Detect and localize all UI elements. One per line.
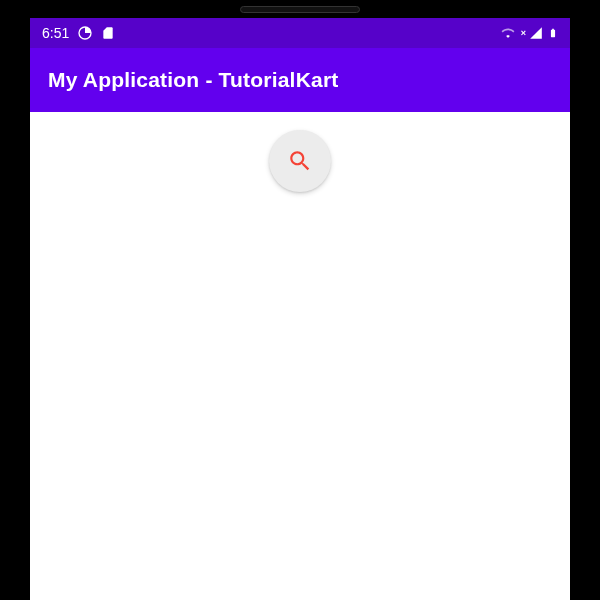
sd-card-icon	[101, 25, 115, 41]
main-content	[30, 112, 570, 192]
device-speaker	[240, 6, 360, 13]
device-screen: 6:51 × My	[30, 18, 570, 600]
device-frame: 6:51 × My	[0, 0, 600, 600]
battery-icon	[548, 25, 558, 41]
data-saver-icon	[77, 25, 93, 41]
no-sim-x-icon: ×	[521, 28, 526, 38]
signal-icon	[528, 26, 544, 40]
app-title: My Application - TutorialKart	[48, 68, 338, 92]
status-time: 6:51	[42, 25, 69, 41]
status-bar-right: ×	[499, 25, 558, 41]
search-icon	[287, 148, 313, 174]
search-fab[interactable]	[269, 130, 331, 192]
wifi-icon	[499, 26, 517, 40]
status-bar-left: 6:51	[42, 25, 115, 41]
app-bar: My Application - TutorialKart	[30, 48, 570, 112]
status-bar: 6:51 ×	[30, 18, 570, 48]
